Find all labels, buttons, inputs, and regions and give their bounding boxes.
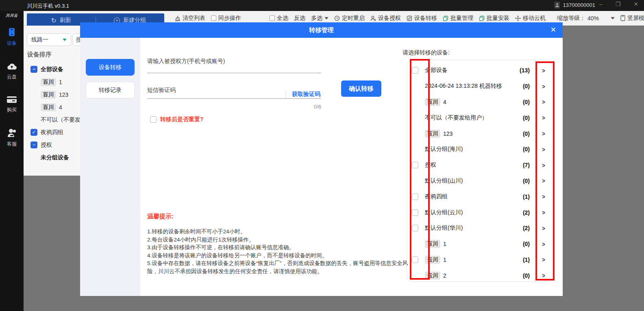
row-checkbox[interactable] (412, 162, 418, 168)
tree-row[interactable]: 百川4 (24, 101, 80, 113)
device-count: (0) (523, 115, 530, 121)
device-list-row: 默认分组(海川)(0)> (412, 141, 548, 157)
device-count: (0) (523, 99, 530, 105)
chevron-right-icon[interactable]: > (540, 130, 547, 137)
get-code-link[interactable]: 获取验证码 (286, 91, 320, 98)
batch-install-button[interactable]: 批量安装 (479, 15, 509, 22)
device-count: (0) (523, 83, 530, 89)
row-checkbox[interactable] (412, 209, 418, 216)
line-select[interactable]: 线路一 (27, 33, 71, 46)
clear-list-button[interactable]: 清空列表 (175, 15, 205, 22)
select-all-toggle[interactable]: 全选 (270, 15, 288, 22)
sidebar-item-devices[interactable]: 设备 (0, 27, 24, 47)
transfer-management-modal: 转移管理 ✕ 设备转移 转移记录 请输入被授权方(手机号或账号) 短信验证码 获… (80, 22, 563, 296)
chevron-right-icon[interactable]: > (540, 272, 547, 279)
logo-text: 川川云 (0, 13, 24, 18)
clear-list-label: 清空列表 (183, 15, 205, 22)
timed-restart-label: 定时重启 (342, 15, 365, 22)
checkbox-checked[interactable]: ✓ (30, 129, 37, 136)
chevron-down-icon (63, 39, 67, 41)
sidebar-item-purchase[interactable]: 购买 (0, 96, 24, 113)
select-all-checkbox[interactable] (270, 15, 275, 21)
portrait-mode-label: 竖屏模式 (627, 15, 644, 22)
modal-header: 转移管理 (80, 22, 563, 38)
chevron-right-icon[interactable]: > (540, 146, 547, 153)
side-nav: 川川云 设备 云盘 购买 客服 (0, 11, 24, 311)
tree-row[interactable]: 百川123 (24, 88, 80, 101)
chevron-right-icon[interactable]: > (540, 209, 547, 216)
sms-code-input[interactable] (147, 98, 321, 99)
chevron-right-icon[interactable]: > (540, 98, 547, 105)
tip-line: 2.每台设备24小时内只能进行1次转移操作。 (147, 236, 409, 244)
chevron-right-icon[interactable]: > (540, 225, 547, 232)
device-count: (0) (523, 146, 530, 152)
chevron-right-icon[interactable]: > (540, 177, 547, 184)
chevron-right-icon[interactable]: > (540, 241, 547, 248)
checkbox-indeterminate[interactable]: − (30, 141, 37, 148)
tree-row[interactable]: 百川1 (24, 76, 80, 88)
chevron-right-icon[interactable]: > (540, 67, 547, 74)
batch-manage-button[interactable]: 批量管理 (443, 15, 473, 22)
chevron-right-icon[interactable]: > (540, 83, 547, 90)
row-checkbox[interactable] (412, 225, 418, 231)
row-checkbox[interactable] (412, 194, 418, 200)
sidebar-item-support[interactable]: 客服 (0, 128, 24, 148)
maximize-button[interactable]: ❒ (616, 1, 621, 7)
device-transfer-button[interactable]: 设备转移 (407, 15, 437, 22)
copy-pages-icon (479, 15, 485, 21)
device-auth-label: 设备授权 (378, 15, 401, 22)
reset-after-transfer-row: 转移后是否重置? (150, 116, 204, 123)
invert-selection-button[interactable]: 反选 (294, 15, 305, 22)
checkbox-indeterminate[interactable]: − (30, 66, 37, 73)
close-button[interactable]: ✕ (633, 1, 638, 7)
tab-device-transfer[interactable]: 设备转移 (86, 59, 135, 76)
row-checkbox[interactable] (412, 257, 418, 263)
tree-row[interactable]: −全部设备 (24, 63, 80, 76)
move-cloud-label: 移动云机 (523, 15, 546, 22)
device-badge: 云川 (425, 272, 440, 280)
modal-close-button[interactable]: ✕ (550, 26, 556, 34)
clock-icon (334, 15, 340, 21)
device-count: (1) (523, 257, 530, 263)
chevron-right-icon[interactable]: > (540, 256, 547, 263)
move-cloud-button[interactable]: 移动云机 (515, 15, 546, 22)
zoom-level-dropdown[interactable]: 缩放等级： 40% (557, 15, 615, 22)
refresh-icon: ↻ (51, 17, 57, 24)
device-auth-button[interactable]: 设备授权 (370, 15, 401, 22)
multi-label: 多选 (311, 15, 322, 22)
batch-install-label: 批量安装 (487, 15, 509, 22)
tree-row[interactable]: 不可以（不要发给用户） (24, 113, 80, 126)
chevron-right-icon[interactable]: > (540, 114, 547, 121)
account-input[interactable] (147, 73, 321, 73)
chevron-right-icon[interactable]: > (540, 162, 547, 169)
device-count: (2) (523, 225, 530, 231)
device-badge: 百川 (425, 240, 440, 248)
sync-operation-toggle[interactable]: 同步操作 (211, 15, 241, 22)
tab-transfer-record[interactable]: 转移记录 (86, 82, 135, 98)
checkbox-slot (412, 162, 418, 168)
sidebar-item-cloud-disk[interactable]: 云盘 (0, 62, 24, 80)
line-select-value: 线路一 (31, 36, 48, 43)
broom-icon (175, 15, 181, 21)
timed-restart-button[interactable]: 定时重启 (334, 15, 365, 22)
device-row-label: 1 (443, 257, 446, 263)
confirm-transfer-button[interactable]: 确认转移 (341, 80, 381, 97)
minimize-button[interactable]: – (599, 1, 603, 7)
device-transfer-label: 设备转移 (414, 15, 437, 22)
tree-row[interactable]: ✓夜鸦四组 (24, 126, 80, 139)
reset-checkbox[interactable] (150, 116, 157, 123)
zoom-value: 40% (587, 15, 599, 22)
sync-checkbox[interactable] (211, 15, 216, 21)
tip-line: 1.转移的设备剩余时间不可小于24小时。 (147, 228, 409, 236)
multi-select-dropdown[interactable]: 多选 (311, 15, 329, 22)
search-input[interactable]: 搜 (72, 33, 80, 46)
row-checkbox[interactable] (412, 67, 418, 74)
tree-row[interactable]: −授权 (24, 139, 80, 151)
device-list-row: 百川1(0)> (412, 236, 548, 252)
tree-row[interactable]: 未分组设备 (24, 151, 80, 164)
chevron-right-icon[interactable]: > (540, 193, 547, 200)
phone-icon (7, 27, 17, 37)
tree-row-label: 1 (59, 79, 62, 85)
portrait-mode-button[interactable]: 竖屏模式 (620, 15, 644, 22)
title-bar: 川川云手机 v0.3.1 13700000001 – ❒ ✕ (0, 0, 644, 11)
